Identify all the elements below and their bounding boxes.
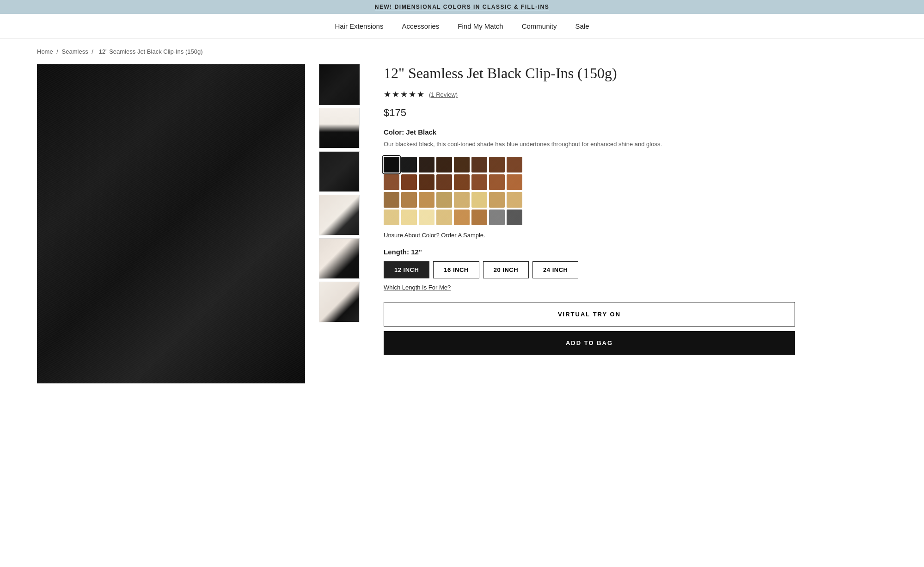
color-swatch-29[interactable]	[454, 210, 470, 225]
product-layout: 12" Seamless Jet Black Clip-Ins (150g) ★…	[0, 64, 832, 411]
thumbnail-1[interactable]	[319, 64, 360, 105]
color-label: Color: Jet Black	[384, 128, 795, 136]
color-swatch-7[interactable]	[489, 157, 505, 173]
thumbnail-3[interactable]	[319, 151, 360, 192]
virtual-try-on-button[interactable]: VIRTUAL TRY ON	[384, 302, 795, 327]
breadcrumb-sep1: /	[56, 48, 58, 55]
color-swatch-3[interactable]	[419, 157, 434, 173]
length-12-inch[interactable]: 12 INCH	[384, 261, 429, 278]
thumbnail-list	[319, 64, 361, 383]
color-swatch-8[interactable]	[507, 157, 522, 173]
breadcrumb-current: 12" Seamless Jet Black Clip-Ins (150g)	[99, 48, 203, 55]
color-swatch-9[interactable]	[384, 174, 399, 190]
color-swatch-23[interactable]	[489, 192, 505, 208]
thumbnail-2[interactable]	[319, 108, 360, 148]
main-image-background	[37, 64, 305, 383]
color-swatch-5[interactable]	[454, 157, 470, 173]
color-swatch-19[interactable]	[419, 192, 434, 208]
thumbnail-4[interactable]	[319, 195, 360, 235]
color-swatch-10[interactable]	[401, 174, 417, 190]
nav-community[interactable]: Community	[522, 22, 557, 30]
main-nav: Hair Extensions Accessories Find My Matc…	[0, 14, 924, 39]
product-title: 12" Seamless Jet Black Clip-Ins (150g)	[384, 64, 795, 82]
thumbnail-5[interactable]	[319, 238, 360, 279]
color-swatch-13[interactable]	[454, 174, 470, 190]
promo-banner-link[interactable]: NEW! DIMENSIONAL COLORS IN CLASSIC & FIL…	[375, 4, 549, 10]
color-swatch-20[interactable]	[436, 192, 452, 208]
color-swatch-6[interactable]	[471, 157, 487, 173]
color-swatch-11[interactable]	[419, 174, 434, 190]
length-16-inch[interactable]: 16 INCH	[433, 261, 479, 278]
promo-banner: NEW! DIMENSIONAL COLORS IN CLASSIC & FIL…	[0, 0, 924, 14]
color-swatch-12[interactable]	[436, 174, 452, 190]
review-link[interactable]: (1 Review)	[429, 91, 458, 98]
add-to-bag-button[interactable]: ADD TO BAG	[384, 331, 795, 355]
color-swatch-1[interactable]	[384, 157, 399, 173]
color-swatch-14[interactable]	[471, 174, 487, 190]
nav-accessories[interactable]: Accessories	[402, 22, 439, 30]
color-swatch-25[interactable]	[384, 210, 399, 225]
breadcrumb: Home / Seamless / 12" Seamless Jet Black…	[0, 39, 924, 64]
color-swatches	[384, 157, 532, 225]
star-rating: ★★★★★	[384, 89, 425, 99]
length-options: 12 INCH 16 INCH 20 INCH 24 INCH	[384, 261, 795, 278]
length-label: Length: 12"	[384, 248, 795, 256]
breadcrumb-sep2: /	[92, 48, 93, 55]
color-swatch-32[interactable]	[507, 210, 522, 225]
color-swatch-28[interactable]	[436, 210, 452, 225]
breadcrumb-seamless[interactable]: Seamless	[62, 48, 88, 55]
color-swatch-16[interactable]	[507, 174, 522, 190]
color-swatch-21[interactable]	[454, 192, 470, 208]
length-20-inch[interactable]: 20 INCH	[483, 261, 529, 278]
main-product-image	[37, 64, 305, 383]
color-description: Our blackest black, this cool-toned shad…	[384, 140, 795, 149]
which-length-link[interactable]: Which Length Is For Me?	[384, 284, 795, 291]
product-details: 12" Seamless Jet Black Clip-Ins (150g) ★…	[374, 64, 795, 383]
color-swatch-17[interactable]	[384, 192, 399, 208]
color-swatch-27[interactable]	[419, 210, 434, 225]
color-swatch-15[interactable]	[489, 174, 505, 190]
nav-hair-extensions[interactable]: Hair Extensions	[335, 22, 383, 30]
color-swatch-31[interactable]	[489, 210, 505, 225]
color-swatch-4[interactable]	[436, 157, 452, 173]
breadcrumb-home[interactable]: Home	[37, 48, 53, 55]
color-swatch-30[interactable]	[471, 210, 487, 225]
nav-sale[interactable]: Sale	[575, 22, 589, 30]
order-sample-link[interactable]: Unsure About Color? Order A Sample.	[384, 232, 795, 239]
color-swatch-22[interactable]	[471, 192, 487, 208]
color-swatch-26[interactable]	[401, 210, 417, 225]
nav-find-my-match[interactable]: Find My Match	[458, 22, 503, 30]
thumbnail-6[interactable]	[319, 282, 360, 322]
color-swatch-2[interactable]	[401, 157, 417, 173]
product-price: $175	[384, 107, 795, 119]
length-24-inch[interactable]: 24 INCH	[532, 261, 578, 278]
color-swatch-24[interactable]	[507, 192, 522, 208]
rating-row: ★★★★★ (1 Review)	[384, 89, 795, 99]
color-swatch-18[interactable]	[401, 192, 417, 208]
